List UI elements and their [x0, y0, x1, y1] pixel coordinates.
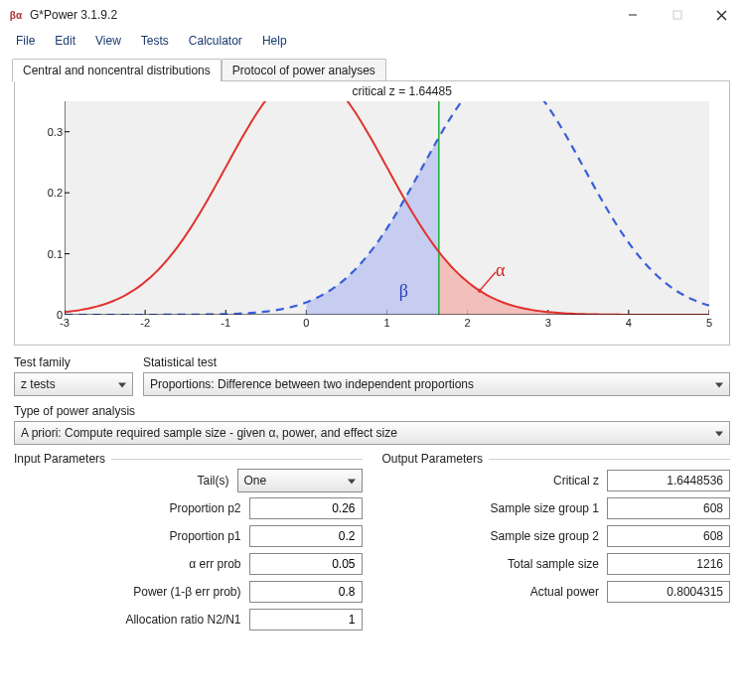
- alpha-symbol: α: [496, 260, 505, 281]
- svg-rect-1: [673, 11, 681, 19]
- test-family-label: Test family: [14, 355, 133, 369]
- statistical-test-label: Statistical test: [143, 355, 730, 369]
- actual-power-label: Actual power: [382, 585, 602, 599]
- menu-edit[interactable]: Edit: [47, 32, 83, 50]
- n2-output: 608: [607, 525, 730, 547]
- menu-tests[interactable]: Tests: [133, 32, 177, 50]
- analysis-type-group: Type of power analysis A priori: Compute…: [14, 404, 730, 445]
- input-parameters: Input Parameters Tail(s) One Proportion …: [14, 459, 363, 634]
- minimize-button[interactable]: [610, 0, 655, 30]
- test-family-select[interactable]: z tests: [14, 372, 133, 396]
- menu-calculator[interactable]: Calculator: [181, 32, 250, 50]
- proportion-p2-input[interactable]: [249, 497, 363, 519]
- ntotal-label: Total sample size: [382, 557, 602, 571]
- maximize-button[interactable]: [655, 0, 699, 30]
- n2-label: Sample size group 2: [382, 529, 602, 543]
- analysis-type-select[interactable]: A priori: Compute required sample size -…: [14, 421, 730, 445]
- close-button[interactable]: [699, 0, 744, 30]
- proportion-p1-input[interactable]: [249, 525, 363, 547]
- allocation-ratio-input[interactable]: [249, 609, 363, 630]
- tabs: Central and noncentral distributions Pro…: [0, 52, 744, 80]
- alpha-label: α err prob: [14, 557, 243, 571]
- test-family-group: Test family z tests: [14, 355, 133, 396]
- output-parameters: Output Parameters Critical z 1.6448536 S…: [382, 459, 731, 634]
- menu-help[interactable]: Help: [254, 32, 295, 50]
- analysis-type-label: Type of power analysis: [14, 404, 730, 418]
- app-icon: βα: [8, 7, 24, 23]
- input-parameters-legend: Input Parameters: [14, 452, 111, 466]
- proportion-p1-label: Proportion p1: [14, 529, 243, 543]
- power-input[interactable]: [249, 581, 363, 603]
- menu-view[interactable]: View: [87, 32, 129, 50]
- statistical-test-group: Statistical test Proportions: Difference…: [143, 355, 730, 396]
- critical-z-out-label: Critical z: [382, 474, 602, 488]
- svg-point-21: [478, 289, 482, 293]
- distribution-chart: critical z = 1.64485 00.10.20.3-3-2-1012…: [14, 80, 730, 346]
- proportion-p2-label: Proportion p2: [14, 501, 243, 515]
- critical-z-label: critical z = 1.64485: [353, 84, 452, 98]
- output-parameters-legend: Output Parameters: [382, 452, 489, 466]
- n1-label: Sample size group 1: [382, 501, 602, 515]
- window-controls: [610, 0, 744, 30]
- ntotal-output: 1216: [607, 553, 730, 575]
- title-bar: βα G*Power 3.1.9.2: [0, 0, 744, 30]
- tails-select[interactable]: One: [237, 469, 363, 492]
- allocation-ratio-label: Allocation ratio N2/N1: [14, 613, 243, 627]
- svg-line-20: [480, 272, 496, 291]
- alpha-input[interactable]: [249, 553, 363, 575]
- tab-protocol[interactable]: Protocol of power analyses: [222, 59, 386, 81]
- menu-bar: File Edit View Tests Calculator Help: [0, 30, 744, 52]
- critical-z-output: 1.6448536: [607, 470, 730, 491]
- n1-output: 608: [607, 497, 730, 519]
- tab-central-distributions[interactable]: Central and noncentral distributions: [12, 59, 222, 81]
- menu-file[interactable]: File: [8, 32, 43, 50]
- test-selectors-row: Test family z tests Statistical test Pro…: [14, 355, 730, 396]
- window-title: G*Power 3.1.9.2: [30, 8, 610, 22]
- tails-label: Tail(s): [14, 474, 231, 488]
- parameters-area: Input Parameters Tail(s) One Proportion …: [14, 459, 730, 634]
- power-label: Power (1-β err prob): [14, 585, 243, 599]
- statistical-test-select[interactable]: Proportions: Difference between two inde…: [143, 372, 730, 396]
- beta-symbol: β: [399, 281, 408, 302]
- actual-power-output: 0.8004315: [607, 581, 730, 603]
